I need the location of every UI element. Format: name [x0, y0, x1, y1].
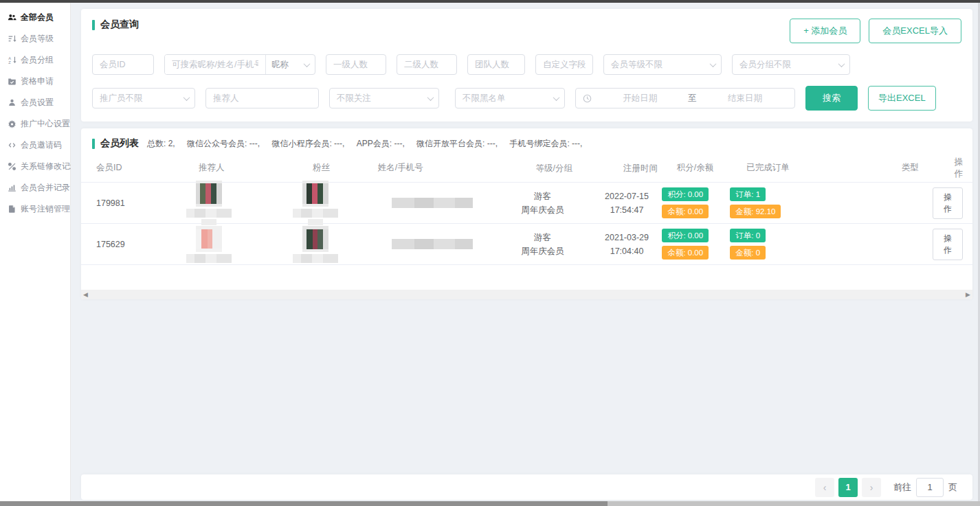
fan-name-redacted [308, 219, 323, 225]
prev-page-button[interactable]: ‹ [815, 478, 834, 497]
user-icon [8, 98, 16, 107]
orders-badge: 订单: 1 [730, 187, 766, 201]
next-page-button[interactable]: › [862, 478, 881, 497]
member-list-card: 会员列表 总数: 2, 微信公众号会员: ---, 微信小程序会员: ---, … [81, 128, 972, 299]
sidebar-item-label: 关系链修改记录 [21, 161, 78, 172]
blacklist-select[interactable]: 不限黑名单 [455, 88, 565, 108]
reg-time-cell: 2022-07-15 17:54:47 [592, 189, 662, 217]
goto-unit-label: 页 [948, 481, 957, 494]
col-completed-orders: 已完成订单 [746, 162, 866, 174]
col-points-balance: 积分/余额 [677, 162, 746, 174]
sidebar-item-merge-log[interactable]: 会员合并记录 [0, 177, 70, 198]
date-start-placeholder: 开始日期 [597, 93, 682, 104]
sidebar-item-promotion-settings[interactable]: 推广中心设置 [0, 113, 70, 135]
page-1-button[interactable]: 1 [838, 478, 858, 497]
amount-badge: 金额: 0 [730, 246, 766, 260]
fan-name-redacted [293, 209, 338, 218]
sidebar-item-label: 会员等级 [21, 33, 54, 45]
level2-count-input[interactable] [397, 54, 457, 75]
name-redacted [392, 239, 473, 249]
folder-check-icon [8, 77, 16, 86]
title-accent-bar [92, 139, 95, 149]
chevron-down-icon [838, 60, 845, 67]
sidebar-item-label: 推广中心设置 [21, 118, 70, 130]
table-empty-space [81, 265, 972, 290]
sidebar: 全部会员 会员等级 AZ 会员分组 资格申请 会员设置 推广中心设置 会员邀请码 [0, 3, 71, 501]
fans-cell [261, 226, 371, 263]
fan-avatar [302, 226, 328, 252]
col-referrer: 推荐人 [158, 162, 265, 174]
scrollbar-thumb[interactable] [0, 501, 608, 506]
users-icon [8, 13, 16, 22]
title-accent-bar [92, 20, 95, 30]
member-id: 179981 [91, 198, 156, 208]
main-content: 会员查询 + 添加会员 会员EXCEL导入 昵称 [71, 3, 978, 501]
browser-horizontal-scrollbar[interactable] [0, 501, 980, 506]
date-end-placeholder: 结束日期 [702, 93, 788, 104]
amount-badge: 金额: 92.10 [730, 205, 781, 218]
member-group-select[interactable]: 会员分组不限 [732, 54, 850, 75]
promoter-select[interactable]: 推广员不限 [92, 88, 195, 108]
table-header: 会员ID 推荐人 粉丝 姓名/手机号 等级/分组 注册时间 积分/余额 已完成订… [81, 154, 972, 183]
sidebar-item-member-levels[interactable]: 会员等级 [0, 28, 70, 49]
date-range-picker[interactable]: 开始日期 至 结束日期 [575, 88, 795, 108]
col-reg-time: 注册时间 [604, 161, 676, 175]
sidebar-item-all-members[interactable]: 全部会员 [0, 7, 70, 28]
add-member-button[interactable]: + 添加会员 [790, 19, 860, 43]
level-group-cell: 游客 周年庆会员 [493, 231, 592, 258]
chevron-down-icon [427, 94, 434, 101]
level1-count-input[interactable] [326, 54, 386, 75]
search-button[interactable]: 搜索 [805, 86, 858, 111]
points-balance-cell: 积分: 0.00 余额: 0.00 [662, 187, 730, 218]
orders-cell: 订单: 1 金额: 92.10 [730, 187, 846, 218]
col-level-group: 等级/分组 [504, 161, 604, 175]
col-action: 操作 [955, 157, 964, 180]
sidebar-item-relation-log[interactable]: 关系链修改记录 [0, 156, 70, 177]
points-badge: 积分: 0.00 [662, 229, 709, 242]
sidebar-item-account-cancel[interactable]: 账号注销管理 [0, 198, 70, 220]
points-balance-cell: 积分: 0.00 余额: 0.00 [662, 229, 730, 260]
team-count-input[interactable] [467, 54, 525, 75]
scroll-left-icon[interactable]: ◀ [83, 292, 88, 298]
referrer-avatar [196, 226, 222, 252]
app-root: 全部会员 会员等级 AZ 会员分组 资格申请 会员设置 推广中心设置 会员邀请码 [0, 3, 980, 501]
table-row: 175629 游客 周年庆会员 [81, 224, 972, 265]
goto-label: 前往 [893, 481, 911, 494]
action-cell: 操作 [933, 187, 963, 219]
referrer-input[interactable] [205, 88, 319, 108]
keyword-input[interactable] [165, 55, 265, 74]
fan-name-redacted [293, 254, 338, 263]
referrer-avatar [196, 181, 222, 207]
member-level-select[interactable]: 会员等级不限 [603, 54, 722, 75]
balance-badge: 余额: 0.00 [662, 205, 709, 218]
chevron-down-icon [553, 94, 560, 101]
link-icon [8, 162, 16, 171]
keyword-input-group: 昵称 [164, 54, 315, 75]
custom-field-input[interactable] [535, 54, 593, 75]
sidebar-item-member-groups[interactable]: AZ 会员分组 [0, 49, 70, 71]
level-group-cell: 游客 周年庆会员 [493, 189, 592, 217]
sidebar-item-qualification[interactable]: 资格申请 [0, 71, 70, 92]
horizontal-scrollbar[interactable]: ◀ ▶ [81, 290, 972, 299]
bar-chart-icon [8, 183, 16, 192]
sidebar-item-member-settings[interactable]: 会员设置 [0, 92, 70, 113]
sidebar-item-invite-code[interactable]: 会员邀请码 [0, 135, 70, 156]
sort-level-icon [8, 34, 16, 43]
referrer-name-redacted [186, 254, 232, 263]
goto-page-input[interactable] [916, 478, 944, 497]
fans-cell [261, 181, 371, 225]
row-action-button[interactable]: 操作 [933, 229, 963, 260]
chevron-down-icon [183, 94, 190, 101]
excel-import-button[interactable]: 会员EXCEL导入 [869, 19, 961, 43]
svg-text:Z: Z [8, 60, 11, 65]
name-redacted [392, 198, 473, 208]
name-phone-cell [370, 239, 493, 249]
member-id-input[interactable] [92, 54, 154, 75]
scroll-right-icon[interactable]: ▶ [966, 292, 970, 298]
keyword-type-select[interactable]: 昵称 [265, 55, 315, 74]
row-action-button[interactable]: 操作 [933, 187, 963, 219]
sidebar-item-label: 会员分组 [21, 54, 54, 66]
export-excel-button[interactable]: 导出EXCEL [868, 86, 936, 111]
follow-select[interactable]: 不限关注 [329, 88, 439, 108]
sort-alpha-icon: AZ [8, 56, 16, 65]
